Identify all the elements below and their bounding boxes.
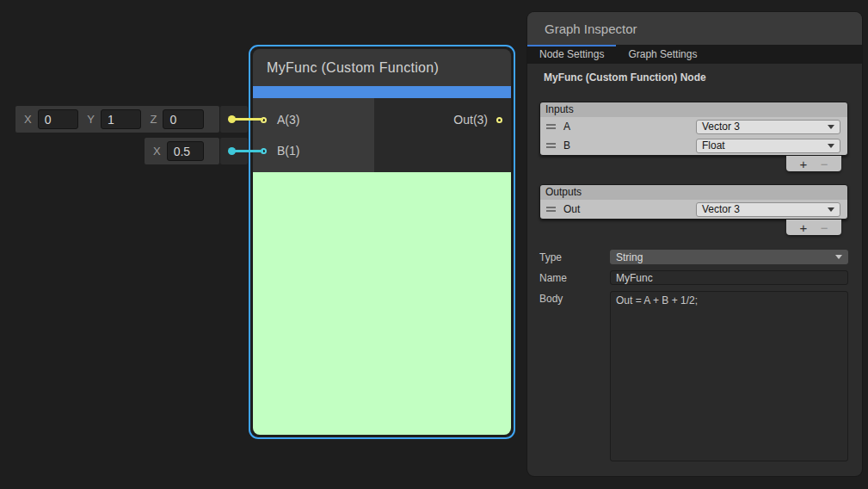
input-a-type-dropdown[interactable]: Vector 3 [696, 120, 840, 134]
drag-handle-icon[interactable] [546, 207, 556, 212]
node-title: MyFunc (Custom Function) [267, 60, 439, 76]
outputs-list-footer: + − [786, 220, 841, 235]
inspector-body: MyFunc (Custom Function) Node Inputs A V… [527, 64, 862, 464]
port-row-a: A(3) [253, 104, 374, 135]
port-out-label: Out(3) [453, 113, 488, 127]
type-label: Type [539, 250, 610, 263]
axis-x-label: X [153, 145, 161, 158]
drag-handle-icon[interactable] [546, 143, 556, 148]
graph-inspector-panel: Graph Inspector Node Settings Graph Sett… [527, 12, 862, 476]
outputs-list: Outputs Out Vector 3 [539, 184, 848, 220]
input-a-type-value: Vector 3 [702, 121, 740, 133]
inputs-section: Inputs A Vector 3 B Float [539, 102, 848, 171]
port-b-label: B(1) [277, 144, 299, 158]
type-row: Type String [539, 250, 848, 264]
output-out-name: Out [563, 203, 580, 215]
vector3-x-field[interactable]: 0 [38, 109, 79, 129]
inputs-list-footer: + − [786, 156, 841, 171]
input-slots: A(3) B(1) [253, 98, 374, 172]
float-connector-dot[interactable] [228, 147, 236, 155]
remove-input-button[interactable]: − [821, 158, 828, 170]
input-b-type-dropdown[interactable]: Float [696, 139, 840, 153]
port-out-icon[interactable] [496, 117, 502, 123]
vector3-y-field[interactable]: 1 [101, 109, 142, 129]
output-out-type-value: Vector 3 [702, 203, 740, 215]
inputs-list-header: Inputs [540, 102, 847, 117]
function-settings-form: Type String Name Body Out = A + B + 1/2; [539, 250, 848, 464]
edge-float-to-b[interactable] [234, 150, 263, 152]
float-input-widget: X 0.5 [145, 138, 219, 164]
type-dropdown[interactable]: String [610, 250, 848, 264]
input-b-type-value: Float [702, 139, 725, 152]
port-row-out: Out(3) [453, 104, 502, 135]
port-row-b: B(1) [253, 135, 374, 166]
input-a-name: A [563, 121, 570, 133]
name-row: Name [539, 270, 848, 285]
chevron-down-icon [828, 125, 834, 129]
float-x-field[interactable]: 0.5 [167, 141, 204, 161]
node-preview [253, 172, 511, 435]
edge-vector3-to-a[interactable] [234, 118, 263, 121]
input-b-name: B [563, 139, 570, 152]
node-heading: MyFunc (Custom Function) Node [544, 71, 848, 84]
output-row-out[interactable]: Out Vector 3 [540, 200, 847, 219]
body-textarea[interactable]: Out = A + B + 1/2; [610, 291, 848, 461]
output-slots: Out(3) [374, 98, 511, 172]
outputs-list-header: Outputs [540, 185, 847, 200]
inspector-tabbar: Node Settings Graph Settings [527, 45, 862, 64]
node-body: MyFunc (Custom Function) A(3) B(1) Out(3… [253, 49, 511, 435]
type-value: String [616, 251, 643, 263]
panel-title-bar[interactable]: Graph Inspector [527, 12, 862, 45]
axis-x-label: X [24, 113, 32, 126]
inputs-list: Inputs A Vector 3 B Float [539, 102, 848, 156]
input-row-b[interactable]: B Float [540, 136, 847, 155]
add-output-button[interactable]: + [799, 221, 807, 234]
chevron-down-icon [828, 144, 834, 148]
chevron-down-icon [835, 255, 842, 259]
tab-node-settings[interactable]: Node Settings [527, 45, 616, 64]
outputs-section: Outputs Out Vector 3 + − [539, 184, 848, 235]
tab-graph-settings[interactable]: Graph Settings [616, 45, 709, 64]
remove-output-button[interactable]: − [821, 221, 828, 234]
body-label: Body [539, 291, 610, 305]
node-accent-bar [253, 86, 511, 98]
body-row: Body Out = A + B + 1/2; [539, 291, 848, 464]
drag-handle-icon[interactable] [546, 124, 556, 129]
input-row-a[interactable]: A Vector 3 [540, 117, 847, 136]
custom-function-node[interactable]: MyFunc (Custom Function) A(3) B(1) Out(3… [249, 45, 515, 439]
chevron-down-icon [828, 207, 834, 212]
node-ports: A(3) B(1) Out(3) [253, 98, 511, 172]
name-input[interactable] [610, 270, 848, 285]
axis-y-label: Y [87, 113, 95, 126]
name-label: Name [539, 270, 610, 284]
panel-title: Graph Inspector [545, 22, 637, 36]
port-a-label: A(3) [277, 113, 299, 127]
node-title-bar[interactable]: MyFunc (Custom Function) [253, 49, 511, 86]
output-out-type-dropdown[interactable]: Vector 3 [696, 202, 840, 217]
vector3-z-field[interactable]: 0 [163, 109, 204, 129]
add-input-button[interactable]: + [799, 158, 807, 170]
vector3-connector-dot[interactable] [228, 115, 236, 123]
axis-z-label: Z [150, 113, 157, 126]
vector3-input-widget: X 0 Y 1 Z 0 [15, 106, 219, 133]
